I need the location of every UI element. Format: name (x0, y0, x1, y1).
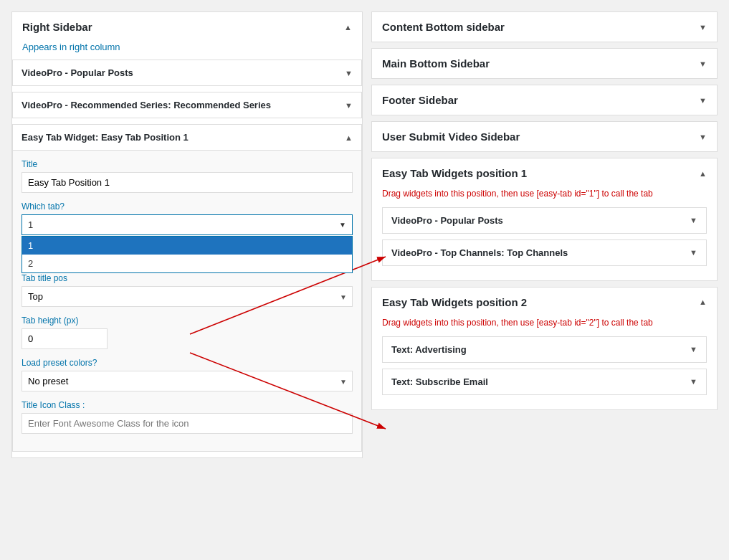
left-panel: Right Sidebar ▲ Appears in right column … (11, 11, 363, 464)
easy-tab-position-1-title: Easy Tab Widgets position 1 (382, 167, 527, 179)
widget-pos2-advertising-header[interactable]: Text: Advertising ▼ (383, 337, 706, 362)
which-tab-select-shown[interactable]: 1 ▼ (22, 214, 353, 235)
right-sidebar-arrow-up: ▲ (344, 23, 352, 32)
which-tab-arrow: ▼ (339, 221, 346, 229)
load-preset-label: Load preset colors? (22, 358, 353, 368)
which-tab-list[interactable]: 1 2 (22, 236, 353, 273)
which-tab-label: Which tab? (22, 201, 353, 212)
easy-tab-position-2-section: Easy Tab Widgets position 2 ▲ Drag widge… (371, 287, 718, 410)
easy-tab-position-2-title: Easy Tab Widgets position 2 (382, 296, 527, 308)
which-tab-value: 1 (28, 219, 33, 230)
widget-recommended-series-label: VideoPro - Recommended Series: Recommend… (22, 100, 271, 110)
easy-tab-position-2-desc-after: to call the tab (599, 318, 653, 328)
main-bottom-arrow: ▼ (699, 60, 707, 68)
footer-arrow: ▼ (699, 96, 707, 105)
widget-pos2-advertising: Text: Advertising ▼ (382, 336, 707, 363)
user-submit-sidebar: User Submit Video Sidebar ▼ (371, 121, 718, 152)
main-bottom-sidebar: Main Bottom Sidebar ▼ (371, 48, 718, 79)
tab-title-pos-select[interactable]: Top Bottom Left Right (22, 286, 353, 307)
widget-pos2-advertising-label: Text: Advertising (391, 344, 467, 355)
content-bottom-sidebar-header[interactable]: Content Bottom sidebar ▼ (372, 12, 717, 42)
widget-pos1-popular-posts-header[interactable]: VideoPro - Popular Posts ▼ (383, 208, 706, 233)
widget-pos2-subscribe-email: Text: Subscribe Email ▼ (382, 369, 707, 395)
footer-sidebar: Footer Sidebar ▼ (371, 85, 718, 115)
easy-tab-position-1-arrow: ▲ (699, 169, 707, 178)
easy-tab-position-1-desc-after: to call the tab (599, 189, 653, 199)
easy-tab-position-1-desc-before: Drag widgets into this position, then us… (382, 189, 536, 199)
widget-easy-tab-content: Title Which tab? 1 ▼ 1 (13, 151, 361, 451)
which-tab-option-1[interactable]: 1 (22, 237, 352, 255)
widget-recommended-series-header[interactable]: VideoPro - Recommended Series: Recommend… (13, 92, 361, 118)
title-icon-input[interactable] (22, 413, 353, 434)
widget-pos1-popular-posts-arrow: ▼ (690, 216, 697, 224)
title-icon-group: Title Icon Class : (22, 400, 353, 434)
tab-title-pos-group: Tab title pos Top Bottom Left Right (22, 273, 353, 307)
tab-title-pos-select-wrapper[interactable]: Top Bottom Left Right (22, 286, 353, 307)
content-bottom-sidebar: Content Bottom sidebar ▼ (371, 11, 718, 42)
easy-tab-position-1-desc-code: [easy-tab id="1"] (536, 189, 599, 199)
which-tab-option-2[interactable]: 2 (22, 255, 352, 272)
widget-recommended-series: VideoPro - Recommended Series: Recommend… (12, 92, 362, 118)
widget-recommended-series-arrow: ▼ (345, 101, 353, 110)
user-submit-sidebar-header[interactable]: User Submit Video Sidebar ▼ (372, 122, 717, 151)
widget-pos2-subscribe-email-header[interactable]: Text: Subscribe Email ▼ (383, 369, 706, 394)
widget-pos2-subscribe-email-arrow: ▼ (690, 377, 697, 386)
load-preset-select[interactable]: No preset Preset 1 Preset 2 (22, 371, 353, 391)
widget-easy-tab-header[interactable]: Easy Tab Widget: Easy Tab Position 1 ▲ (13, 125, 361, 151)
footer-sidebar-header[interactable]: Footer Sidebar ▼ (372, 85, 717, 115)
easy-tab-position-2-desc-before: Drag widgets into this position, then us… (382, 318, 536, 328)
easy-tab-position-1-section: Easy Tab Widgets position 1 ▲ Drag widge… (371, 158, 718, 281)
widget-pos2-advertising-arrow: ▼ (690, 345, 697, 353)
easy-tab-position-1-desc: Drag widgets into this position, then us… (372, 188, 717, 207)
load-preset-select-wrapper[interactable]: No preset Preset 1 Preset 2 (22, 371, 353, 391)
widget-easy-tab-label: Easy Tab Widget: Easy Tab Position 1 (22, 132, 189, 143)
title-field-group: Title (22, 159, 353, 193)
widget-easy-tab-arrow-up: ▲ (345, 133, 353, 142)
easy-tab-position-1-header[interactable]: Easy Tab Widgets position 1 ▲ (372, 158, 717, 188)
widget-pos1-popular-posts: VideoPro - Popular Posts ▼ (382, 207, 707, 234)
footer-sidebar-title: Footer Sidebar (382, 94, 458, 106)
right-panel: Content Bottom sidebar ▼ Main Bottom Sid… (371, 11, 718, 464)
which-tab-dropdown[interactable]: 1 ▼ 1 2 (22, 214, 353, 235)
main-bottom-sidebar-title: Main Bottom Sidebar (382, 57, 490, 70)
right-sidebar-subtitle: Appears in right column (12, 42, 362, 60)
user-submit-arrow: ▼ (699, 133, 707, 141)
widget-popular-posts-header[interactable]: VideoPro - Popular Posts ▼ (13, 60, 361, 85)
widget-pos1-popular-posts-label: VideoPro - Popular Posts (391, 215, 503, 226)
right-sidebar-header[interactable]: Right Sidebar ▲ (12, 12, 362, 42)
title-icon-label: Title Icon Class : (22, 400, 353, 410)
tab-height-label: Tab height (px) (22, 315, 353, 326)
tab-height-group: Tab height (px) (22, 315, 353, 349)
widget-easy-tab-expanded: Easy Tab Widget: Easy Tab Position 1 ▲ T… (12, 124, 362, 452)
widget-pos1-top-channels-label: VideoPro - Top Channels: Top Channels (391, 247, 568, 258)
content-bottom-arrow: ▼ (699, 23, 707, 32)
widget-pos1-top-channels-arrow: ▼ (690, 248, 697, 257)
widget-popular-posts: VideoPro - Popular Posts ▼ (12, 60, 362, 86)
title-input[interactable] (22, 172, 353, 193)
right-sidebar-section: Right Sidebar ▲ Appears in right column … (11, 11, 363, 458)
content-bottom-sidebar-title: Content Bottom sidebar (382, 21, 505, 33)
widget-pos2-subscribe-email-label: Text: Subscribe Email (391, 376, 488, 387)
which-tab-group: Which tab? 1 ▼ 1 2 (22, 201, 353, 235)
main-bottom-sidebar-header[interactable]: Main Bottom Sidebar ▼ (372, 49, 717, 78)
widget-pos1-top-channels: VideoPro - Top Channels: Top Channels ▼ (382, 239, 707, 266)
easy-tab-position-2-desc: Drag widgets into this position, then us… (372, 317, 717, 336)
easy-tab-position-1-widgets: VideoPro - Popular Posts ▼ VideoPro - To… (372, 207, 717, 280)
tab-height-input[interactable] (22, 328, 108, 349)
easy-tab-position-2-widgets: Text: Advertising ▼ Text: Subscribe Emai… (372, 336, 717, 409)
easy-tab-position-2-header[interactable]: Easy Tab Widgets position 2 ▲ (372, 288, 717, 317)
title-label: Title (22, 159, 353, 169)
widget-popular-posts-label: VideoPro - Popular Posts (22, 67, 133, 78)
widget-pos1-top-channels-header[interactable]: VideoPro - Top Channels: Top Channels ▼ (383, 240, 706, 265)
load-preset-group: Load preset colors? No preset Preset 1 P… (22, 358, 353, 391)
user-submit-sidebar-title: User Submit Video Sidebar (382, 130, 520, 143)
easy-tab-position-2-desc-code: [easy-tab id="2"] (536, 318, 599, 328)
easy-tab-position-2-arrow: ▲ (699, 298, 707, 306)
widget-popular-posts-arrow: ▼ (345, 69, 353, 77)
tab-title-pos-label: Tab title pos (22, 273, 353, 283)
right-sidebar-title: Right Sidebar (22, 21, 92, 33)
